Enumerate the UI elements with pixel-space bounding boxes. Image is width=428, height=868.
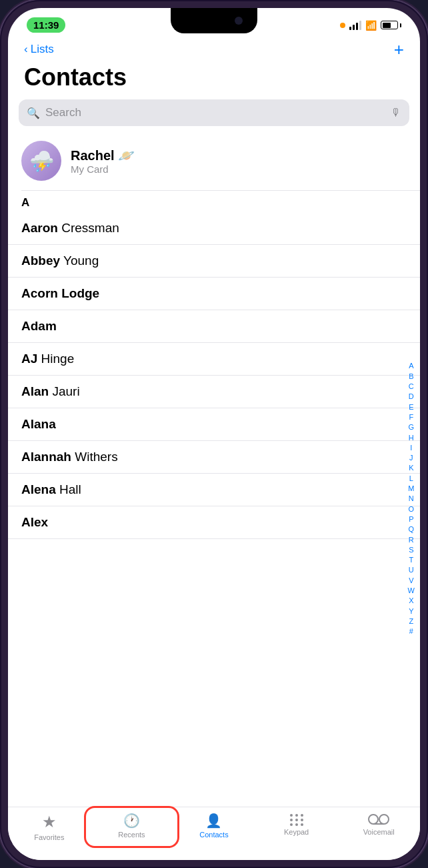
my-card[interactable]: ⛈️ Rachel 🪐 My Card xyxy=(8,134,420,190)
contact-item[interactable]: Aaron Cressman xyxy=(8,212,420,245)
tab-voicemail[interactable]: Voicemail xyxy=(337,813,420,841)
index-letter-p[interactable]: P xyxy=(405,514,417,524)
contact-last: Young xyxy=(60,254,99,268)
index-letter-v[interactable]: V xyxy=(405,576,417,585)
contact-last: Hall xyxy=(56,482,81,496)
index-letter-j[interactable]: J xyxy=(405,453,417,462)
nav-bar: ‹ Lists + xyxy=(8,38,420,63)
signal-bar-2 xyxy=(353,25,355,30)
contact-first: Alex xyxy=(21,515,48,529)
contact-name: Alana xyxy=(21,417,56,432)
index-letter-x[interactable]: X xyxy=(405,596,417,605)
my-card-name: Rachel 🪐 xyxy=(71,147,135,163)
svg-point-1 xyxy=(295,814,298,817)
tab-keypad-label: Keypad xyxy=(284,828,309,836)
status-time: 11:39 xyxy=(27,17,65,33)
contacts-list[interactable]: A Aaron Cressman Abbey Young Acorn Lodge xyxy=(8,191,420,807)
battery-icon xyxy=(381,21,401,29)
chevron-left-icon: ‹ xyxy=(24,43,28,56)
index-letter-y[interactable]: Y xyxy=(405,606,417,616)
contact-name: Adam xyxy=(21,319,57,334)
avatar: ⛈️ xyxy=(21,141,61,181)
keypad-icon xyxy=(289,813,305,826)
contact-name: Alannah Withers xyxy=(21,450,118,464)
contact-item[interactable]: Alena Hall xyxy=(8,474,420,506)
phone-screen: 11:39 📶 xyxy=(8,8,420,860)
index-letter-d[interactable]: D xyxy=(405,392,417,401)
contact-item[interactable]: Alana xyxy=(8,408,420,441)
index-bar[interactable]: A B C D E F G H I J K L M N O P Q R S T xyxy=(405,191,417,807)
contact-item[interactable]: Alannah Withers xyxy=(8,441,420,474)
svg-point-10 xyxy=(379,815,389,824)
contact-item[interactable]: Alex xyxy=(8,506,420,539)
svg-point-8 xyxy=(301,823,303,826)
my-card-label: My Card xyxy=(71,163,135,175)
contact-item[interactable]: Acorn Lodge xyxy=(8,278,420,310)
search-input[interactable]: Search xyxy=(45,106,385,119)
contact-first: Abbey xyxy=(21,254,60,268)
index-letter-i[interactable]: I xyxy=(405,443,417,452)
signal-bar-1 xyxy=(349,27,351,30)
index-letter-e[interactable]: E xyxy=(405,402,417,412)
tab-contacts[interactable]: 👤 Contacts xyxy=(173,813,255,841)
tab-keypad[interactable]: Keypad xyxy=(255,813,338,841)
index-letter-k[interactable]: K xyxy=(405,463,417,472)
contact-item[interactable]: Abbey Young xyxy=(8,245,420,278)
nav-back-label[interactable]: Lists xyxy=(31,43,54,56)
orange-dot xyxy=(340,23,345,28)
wifi-icon: 📶 xyxy=(365,20,377,31)
index-letter-q[interactable]: Q xyxy=(405,524,417,534)
index-letter-g[interactable]: G xyxy=(405,422,417,432)
contact-name: Alena Hall xyxy=(21,482,81,497)
notch xyxy=(171,8,257,33)
contact-item[interactable]: Adam xyxy=(8,310,420,343)
index-letter-l[interactable]: L xyxy=(405,474,417,483)
index-letter-m[interactable]: M xyxy=(405,484,417,493)
contact-first: AJ xyxy=(21,352,37,366)
index-letter-z[interactable]: Z xyxy=(405,616,417,626)
contact-first: Alannah xyxy=(21,450,71,464)
tab-recents[interactable]: 🕐 Recents xyxy=(91,813,173,841)
index-letter-n[interactable]: N xyxy=(405,494,417,503)
index-letter-h[interactable]: H xyxy=(405,433,417,442)
index-letter-o[interactable]: O xyxy=(405,504,417,514)
nav-back-button[interactable]: ‹ Lists xyxy=(24,43,54,56)
svg-point-3 xyxy=(290,819,293,821)
signal-bar-3 xyxy=(356,23,358,30)
index-letter-t[interactable]: T xyxy=(405,555,417,564)
tab-favorites[interactable]: ★ Favorites xyxy=(8,813,91,841)
section-header-a: A xyxy=(8,191,420,212)
contact-first: Aaron xyxy=(21,221,58,235)
contact-name: Alex xyxy=(21,515,48,530)
recents-icon: 🕐 xyxy=(123,813,140,829)
index-letter-u[interactable]: U xyxy=(405,565,417,574)
index-letter-a[interactable]: A xyxy=(405,361,417,370)
index-letter-s[interactable]: S xyxy=(405,545,417,554)
mic-icon[interactable]: 🎙 xyxy=(391,107,401,119)
contact-item[interactable]: AJ Hinge xyxy=(8,343,420,376)
contact-first: Alan xyxy=(21,384,49,398)
phone-frame: 11:39 📶 xyxy=(0,0,428,868)
tab-contacts-label: Contacts xyxy=(199,831,228,839)
index-letter-c[interactable]: C xyxy=(405,382,417,391)
svg-point-5 xyxy=(301,819,303,821)
add-contact-button[interactable]: + xyxy=(394,41,404,58)
search-icon: 🔍 xyxy=(27,107,40,119)
favorites-icon: ★ xyxy=(42,813,57,831)
index-letter-f[interactable]: F xyxy=(405,412,417,422)
contact-name: Alan Jauri xyxy=(21,384,80,399)
signal-bar-4 xyxy=(359,21,361,30)
svg-point-9 xyxy=(369,815,378,824)
contact-item[interactable]: Alan Jauri xyxy=(8,376,420,408)
tab-bar: ★ Favorites 🕐 Recents 👤 Contacts xyxy=(8,807,420,860)
index-letter-b[interactable]: B xyxy=(405,372,417,381)
tab-favorites-label: Favorites xyxy=(34,833,64,841)
index-letter-w[interactable]: W xyxy=(405,586,417,595)
search-bar[interactable]: 🔍 Search 🎙 xyxy=(19,99,409,126)
contact-last: Hinge xyxy=(37,352,74,366)
index-letter-r[interactable]: R xyxy=(405,535,417,544)
index-letter-hash[interactable]: # xyxy=(405,626,417,636)
svg-point-7 xyxy=(295,823,298,826)
page-title: Contacts xyxy=(8,63,420,97)
contact-last: Cressman xyxy=(58,221,119,235)
